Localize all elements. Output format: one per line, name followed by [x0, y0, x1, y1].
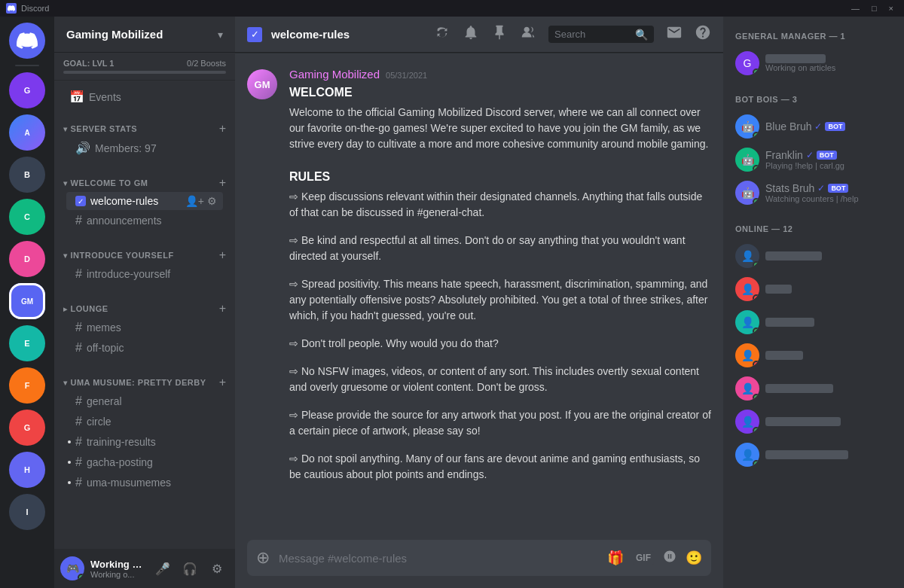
- member-status-online: [753, 132, 759, 139]
- server-header[interactable]: Gaming Mobilized ▾: [54, 17, 235, 53]
- server-avatar-gm[interactable]: GM: [9, 283, 45, 319]
- category-add-uma-button[interactable]: +: [219, 376, 226, 388]
- close-button[interactable]: ×: [884, 0, 898, 17]
- member-name-o2: [765, 285, 892, 294]
- message-author[interactable]: Gaming Mobilized: [289, 68, 380, 81]
- member-item-online-7[interactable]: 👤: [729, 438, 898, 471]
- discord-icon: [6, 3, 17, 14]
- checkbox-icon: ✓: [75, 196, 86, 206]
- member-avatar-o6: 👤: [735, 410, 759, 434]
- rule-item: ⇨ Do not spoil anything. Many of our fan…: [289, 451, 711, 483]
- member-avatar-franklin: 🤖: [735, 148, 759, 172]
- member-item-online-1[interactable]: 👤: [729, 239, 898, 273]
- channel-item-uma-musumemes[interactable]: # uma-musumemes: [66, 473, 223, 492]
- hash-icon: #: [75, 415, 82, 428]
- channel-list: 📅 Events ▾ SERVER STATS + 🔊 Members: 97: [54, 81, 235, 549]
- channel-item-off-topic[interactable]: # off-topic: [66, 338, 223, 358]
- notifications-button[interactable]: [463, 24, 479, 44]
- channel-item-announcements[interactable]: # announcements: [66, 211, 223, 230]
- settings-button[interactable]: ⚙: [205, 556, 229, 580]
- server-avatar-5[interactable]: D: [9, 241, 45, 277]
- member-status: [753, 294, 759, 301]
- message-input-box: ⊕ 🎁 GIF 🙂: [247, 540, 711, 576]
- channel-item-gacha-posting[interactable]: # gacha-posting: [66, 452, 223, 472]
- member-group-header-bots: BOT BOIS — 3: [729, 92, 898, 110]
- member-item-online-2[interactable]: 👤: [729, 273, 898, 306]
- member-item-online-5[interactable]: 👤: [729, 372, 898, 405]
- calendar-icon: 📅: [69, 90, 84, 104]
- hash-icon: #: [75, 267, 82, 281]
- server-avatar-3[interactable]: B: [9, 157, 45, 193]
- microphone-button[interactable]: 🎤: [151, 556, 175, 580]
- channel-item-training-results[interactable]: # training-results: [66, 432, 223, 452]
- search-input[interactable]: [554, 26, 631, 43]
- message-input[interactable]: [279, 544, 598, 573]
- category-header-welcome[interactable]: ▾ WELCOME TO GM +: [60, 174, 229, 192]
- maximize-button[interactable]: □: [867, 0, 881, 17]
- category-add-introduce-button[interactable]: +: [219, 249, 226, 261]
- add-member-icon[interactable]: 👤+: [185, 195, 204, 207]
- member-avatar-o7: 👤: [735, 443, 759, 467]
- help-button[interactable]: [695, 24, 711, 44]
- category-header-lounge[interactable]: ▸ LOUNGE +: [60, 300, 229, 318]
- rules-list: ⇨ Keep discussions relevant within their…: [289, 189, 711, 483]
- server-avatar-9[interactable]: G: [9, 410, 45, 446]
- server-avatar-8[interactable]: F: [9, 367, 45, 404]
- message-text: WELCOME Welcome to the official Gaming M…: [289, 84, 711, 483]
- pin-button[interactable]: [491, 24, 508, 44]
- server-avatar-1[interactable]: G: [9, 72, 45, 108]
- member-item-blue-bruh[interactable]: 🤖 Blue Bruh ✓ BOT: [729, 110, 898, 143]
- category-add-button[interactable]: +: [219, 123, 226, 135]
- channel-sidebar: Gaming Mobilized ▾ GOAL: LVL 1 0/2 Boost…: [54, 17, 235, 588]
- category-uma-musume: ▾ UMA MUSUME: PRETTY DERBY + # general #…: [54, 361, 235, 496]
- chevron-icon: ▾: [63, 179, 68, 187]
- sticker-button[interactable]: [663, 550, 676, 567]
- rule-item: ⇨ Spread positivity. This means hate spe…: [289, 276, 711, 324]
- emoji-button[interactable]: 🙂: [686, 550, 702, 566]
- message-input-area: ⊕ 🎁 GIF 🙂: [235, 540, 723, 588]
- settings-icon[interactable]: ⚙: [207, 195, 217, 207]
- server-avatar-7[interactable]: E: [9, 325, 45, 361]
- member-item-franklin[interactable]: 🤖 Franklin ✓ BOT Playing !help | carl.gg: [729, 143, 898, 176]
- member-item-gm1[interactable]: G Working on articles: [729, 47, 898, 80]
- server-avatar-10[interactable]: H: [9, 452, 45, 488]
- category-add-lounge-button[interactable]: +: [219, 303, 226, 315]
- channel-item-events[interactable]: 📅 Events: [60, 87, 229, 107]
- member-item-stats-bruh[interactable]: 🤖 Stats Bruh ✓ BOT Watching counters | /…: [729, 176, 898, 209]
- threads-button[interactable]: [434, 24, 450, 44]
- category-header-introduce[interactable]: ▾ INTRODUCE YOURSELF +: [60, 246, 229, 264]
- hash-icon: #: [75, 214, 82, 227]
- gif-button[interactable]: GIF: [633, 551, 654, 565]
- server-avatar-home[interactable]: [9, 23, 45, 59]
- member-group-general-manager: GENERAL MANAGER — 1 G Working on article…: [729, 29, 898, 80]
- add-file-button[interactable]: ⊕: [256, 540, 270, 576]
- category-header-uma[interactable]: ▾ UMA MUSUME: PRETTY DERBY +: [60, 373, 229, 391]
- channel-item-welcome-rules[interactable]: ✓ welcome-rules 👤+ ⚙: [66, 192, 223, 210]
- channel-item-memes[interactable]: # memes: [66, 318, 223, 337]
- members-button[interactable]: [520, 24, 536, 44]
- search-bar: 🔍: [548, 26, 654, 43]
- member-group-bot-bois: BOT BOIS — 3 🤖 Blue Bruh ✓ BOT: [729, 92, 898, 209]
- server-avatar-2[interactable]: A: [9, 114, 45, 151]
- category-header-server-stats[interactable]: ▾ SERVER STATS +: [60, 120, 229, 138]
- minimize-button[interactable]: —: [847, 0, 864, 17]
- headphones-button[interactable]: 🎧: [178, 556, 202, 580]
- server-avatar-4[interactable]: C: [9, 199, 45, 235]
- member-info-franklin: Franklin ✓ BOT Playing !help | carl.gg: [765, 149, 892, 170]
- channel-item-general[interactable]: # general: [66, 391, 223, 411]
- category-add-welcome-button[interactable]: +: [219, 177, 226, 189]
- server-avatar-11[interactable]: I: [9, 494, 45, 530]
- hash-icon: #: [75, 435, 82, 449]
- member-item-online-4[interactable]: 👤: [729, 339, 898, 372]
- member-avatar-o5: 👤: [735, 376, 759, 401]
- verified-icon: ✓: [817, 183, 825, 193]
- gift-button[interactable]: 🎁: [607, 550, 624, 566]
- channel-item-members[interactable]: 🔊 Members: 97: [66, 138, 223, 158]
- channel-item-circle[interactable]: # circle: [66, 412, 223, 431]
- inbox-button[interactable]: [666, 24, 683, 44]
- channel-item-introduce-yourself[interactable]: # introduce-yourself: [66, 264, 223, 284]
- member-item-online-3[interactable]: 👤: [729, 306, 898, 339]
- boost-label: GOAL: LVL 1: [63, 59, 114, 68]
- titlebar-controls[interactable]: — □ ×: [847, 0, 898, 17]
- member-item-online-6[interactable]: 👤: [729, 405, 898, 438]
